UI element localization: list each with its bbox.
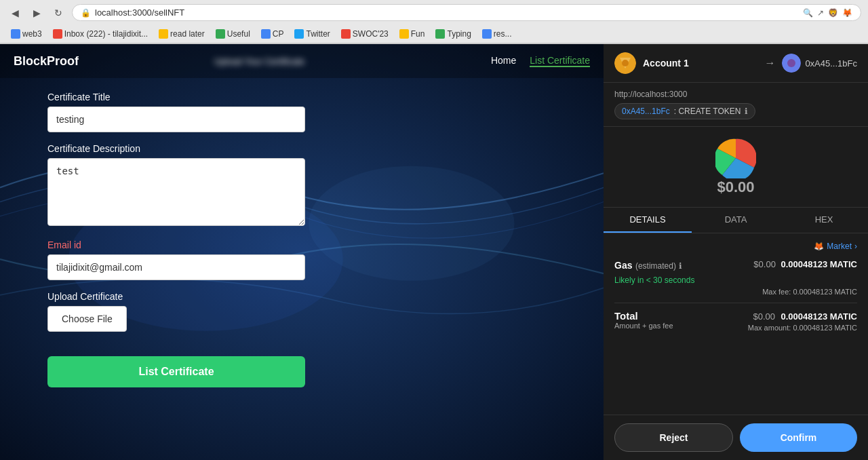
- bookmarks-bar: web3 Inbox (222) - tilajidixit... read l…: [0, 25, 868, 43]
- main-area: BlockProof Upload Your Certificate Home …: [0, 44, 868, 460]
- divider: [614, 303, 857, 303]
- nav-links: Home List Certificate: [491, 55, 590, 67]
- bookmark-twitter[interactable]: Twitter: [290, 28, 334, 40]
- form-container: Certificate Title Certificate Descriptio…: [20, 78, 319, 401]
- likely-text: Likely in < 30 seconds: [614, 275, 857, 285]
- blurred-upload-text: Upload Your Certificate: [214, 56, 304, 66]
- email-input[interactable]: [47, 254, 305, 280]
- bookmark-useful[interactable]: Useful: [212, 28, 254, 40]
- title-label: Certificate Title: [47, 92, 292, 102]
- bookmark-icon: [216, 29, 225, 39]
- account-icon: [614, 52, 636, 74]
- svg-point-6: [787, 59, 795, 67]
- description-textarea[interactable]: test: [47, 158, 305, 226]
- bookmark-inbox[interactable]: Inbox (222) - tilajidixit...: [49, 28, 152, 40]
- svg-point-2: [309, 166, 514, 281]
- bookmark-label: Fun: [411, 29, 425, 39]
- gas-row: Gas (estimated) ℹ $0.00 0.00048123 MATIC: [614, 259, 857, 271]
- address-icon: [782, 54, 801, 73]
- total-sub: Amount + gas fee: [614, 322, 673, 330]
- upload-group: Upload Certificate Choose File: [47, 291, 292, 332]
- bookmark-web3[interactable]: web3: [7, 28, 46, 40]
- gas-value: $0.00 0.00048123 MATIC: [753, 259, 857, 269]
- contract-address: 0xA45...1bFc: [622, 107, 670, 116]
- max-amount-value: 0.00048123 MATIC: [793, 324, 857, 332]
- metamask-footer: Reject Confirm: [604, 415, 868, 460]
- certificate-description-group: Certificate Description test: [47, 143, 292, 229]
- contract-badge: 0xA45...1bFc : CREATE TOKEN ℹ: [614, 103, 755, 119]
- url-text: localhost:3000/sellNFT: [95, 7, 184, 18]
- token-area: $0.00: [604, 127, 868, 208]
- bookmark-label: read later: [170, 29, 205, 39]
- gas-estimated: (estimated): [635, 261, 676, 271]
- lock-icon: 🔒: [81, 8, 91, 18]
- info-icon[interactable]: ℹ: [745, 107, 748, 116]
- brave-icon: 🦁: [828, 8, 838, 18]
- bookmark-label: SWOC'23: [353, 29, 389, 39]
- metamask-ext-icon: 🦊: [842, 8, 852, 18]
- description-label: Certificate Description: [47, 143, 292, 154]
- back-button[interactable]: ◀: [7, 5, 23, 21]
- total-label-group: Total Amount + gas fee: [614, 310, 673, 330]
- webpage: BlockProof Upload Your Certificate Home …: [0, 44, 604, 460]
- bookmark-icon: [435, 29, 445, 39]
- max-amount-label: Max amount:: [748, 324, 791, 332]
- bookmark-label: Twitter: [306, 29, 330, 39]
- tab-hex[interactable]: HEX: [780, 208, 868, 233]
- metamask-tabs: DETAILS DATA HEX: [604, 208, 868, 233]
- market-link[interactable]: Market: [827, 242, 852, 251]
- bookmark-label: Useful: [227, 29, 250, 39]
- browser-toolbar: ◀ ▶ ↻ 🔒 localhost:3000/sellNFT 🔍 ↗ 🦁 🦊: [0, 0, 868, 25]
- metamask-details: 🦊 Market › Gas (estimated) ℹ $0.00 0.000…: [604, 233, 868, 415]
- bookmark-read-later[interactable]: read later: [155, 28, 209, 40]
- bookmark-icon: [11, 29, 20, 39]
- nav-home[interactable]: Home: [491, 55, 516, 67]
- bookmark-cp[interactable]: CP: [257, 28, 288, 40]
- list-certificate-button[interactable]: List Certificate: [47, 356, 305, 387]
- share-icon: ↗: [817, 8, 824, 18]
- gas-info-icon[interactable]: ℹ: [679, 261, 682, 271]
- tab-data[interactable]: DATA: [692, 208, 780, 233]
- navbar: BlockProof Upload Your Certificate Home …: [0, 44, 604, 78]
- bookmark-fun[interactable]: Fun: [395, 28, 429, 40]
- forward-button[interactable]: ▶: [28, 5, 45, 21]
- bookmark-icon: [53, 29, 62, 39]
- gas-label-group: Gas (estimated) ℹ: [614, 259, 682, 271]
- market-arrow: ›: [854, 242, 857, 251]
- bookmark-label: web3: [22, 29, 42, 39]
- account-arrow[interactable]: →: [764, 57, 775, 69]
- token-amount: $0.00: [717, 178, 754, 196]
- address-badge: 0xA45...1bFc: [782, 54, 857, 73]
- market-emoji: 🦊: [814, 242, 824, 251]
- email-label: Email id: [47, 239, 292, 250]
- tab-details[interactable]: DETAILS: [604, 208, 692, 233]
- gas-label: Gas: [614, 260, 632, 271]
- confirm-button[interactable]: Confirm: [740, 423, 857, 452]
- total-matic: 0.00048123 MATIC: [781, 311, 858, 322]
- title-input[interactable]: [47, 107, 305, 132]
- site-info: http://localhost:3000 0xA45...1bFc : CRE…: [604, 83, 868, 127]
- bookmark-icon: [159, 29, 168, 39]
- bookmark-swoc[interactable]: SWOC'23: [337, 28, 393, 40]
- account-address: 0xA45...1bFc: [805, 58, 857, 69]
- bookmark-typing[interactable]: Typing: [431, 28, 475, 40]
- total-label: Total: [614, 310, 673, 322]
- address-bar[interactable]: 🔒 localhost:3000/sellNFT 🔍 ↗ 🦁 🦊: [72, 4, 861, 21]
- token-pie-chart: [715, 138, 756, 178]
- max-fee-label: Max fee:: [762, 288, 791, 296]
- bookmark-label: CP: [273, 29, 284, 39]
- svg-point-4: [622, 60, 629, 66]
- bookmark-label: res...: [494, 29, 512, 39]
- refresh-button[interactable]: ↻: [50, 5, 66, 21]
- choose-file-button[interactable]: Choose File: [47, 306, 127, 332]
- bookmark-res[interactable]: res...: [478, 28, 516, 40]
- metamask-header: Account 1 → 0xA45...1bFc: [604, 44, 868, 83]
- metamask-popup: Account 1 → 0xA45...1bFc http://localhos…: [604, 44, 868, 460]
- max-fee-value: 0.00048123 MATIC: [793, 288, 857, 296]
- nav-list-certificate[interactable]: List Certificate: [530, 55, 590, 67]
- bookmark-icon: [261, 29, 271, 39]
- address-bar-icons: 🔍 ↗ 🦁 🦊: [803, 8, 852, 18]
- reject-button[interactable]: Reject: [614, 423, 733, 452]
- max-amount-row: Max amount: 0.00048123 MATIC: [748, 324, 857, 332]
- account-name: Account 1: [643, 58, 757, 69]
